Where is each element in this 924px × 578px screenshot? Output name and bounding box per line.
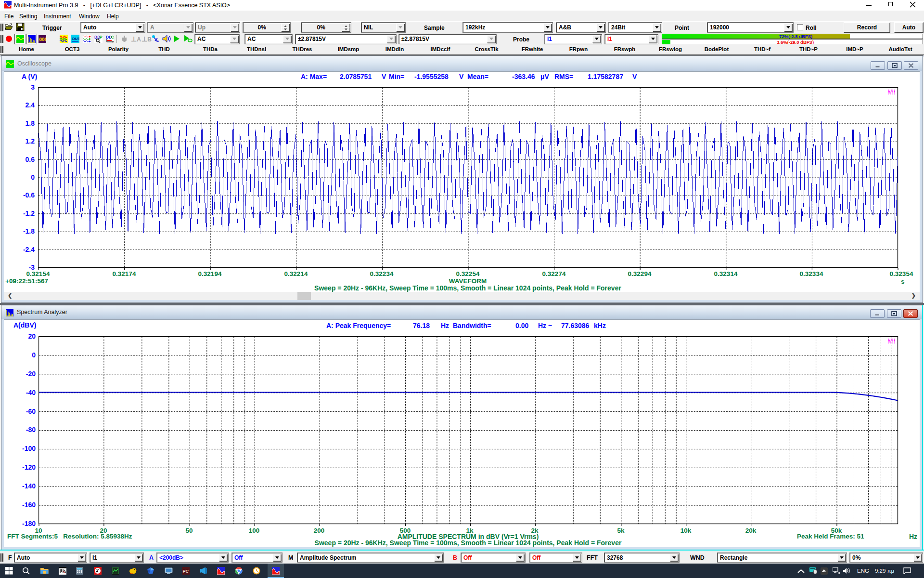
svg-text:PC: PC (183, 569, 189, 574)
svg-text:P: P (100, 35, 103, 39)
svg-text:888: 888 (39, 37, 46, 42)
svg-text:C: C (111, 35, 114, 39)
svg-text:DUT: DUT (72, 37, 79, 41)
